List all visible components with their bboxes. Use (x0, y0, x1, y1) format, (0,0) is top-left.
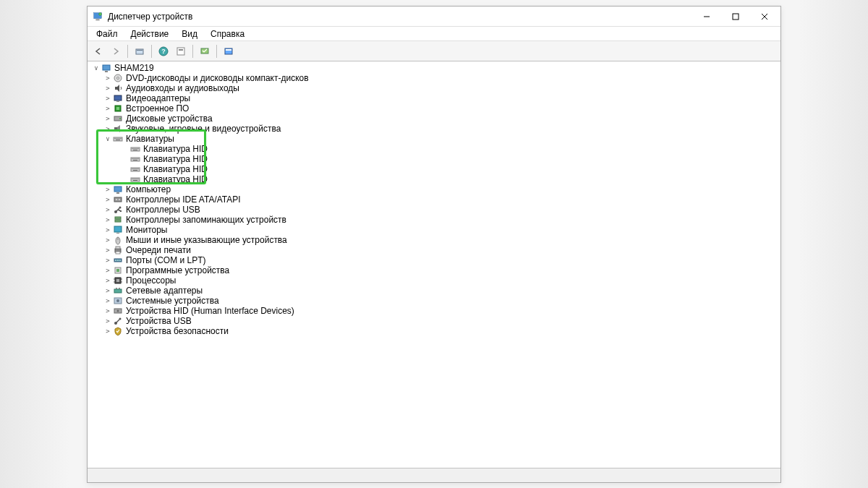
toolbar-separator (127, 45, 128, 58)
expand-icon[interactable]: > (103, 255, 112, 265)
svg-rect-92 (114, 289, 122, 293)
expand-icon[interactable]: > (103, 205, 112, 215)
svg-point-98 (117, 310, 119, 312)
category-label: Системные устройства (126, 296, 219, 306)
expand-icon[interactable]: > (103, 306, 112, 316)
tree-device[interactable]: Клавиатура HID (89, 174, 779, 184)
tree-root[interactable]: ∨ SHAM219 (89, 63, 779, 73)
tree-category[interactable]: ∨ Клавиатуры (89, 134, 779, 144)
svg-rect-63 (116, 192, 119, 194)
expand-icon[interactable]: > (103, 245, 112, 255)
tree-category[interactable]: > Контроллеры IDE ATA/ATAPI (89, 194, 779, 205)
expand-icon[interactable]: > (103, 265, 112, 275)
svg-rect-26 (114, 127, 117, 130)
tree-category[interactable]: > Компьютер (89, 184, 779, 194)
svg-rect-48 (131, 168, 140, 171)
tree-category[interactable]: > Звуковые, игровые и видеоустройства (89, 124, 779, 134)
device-label: Клавиатура HID (143, 174, 208, 184)
category-label: Устройства USB (126, 316, 192, 326)
help-button[interactable]: ? (156, 43, 171, 59)
expand-icon[interactable]: > (103, 225, 112, 235)
computer-icon (112, 184, 124, 194)
device-label: Клавиатура HID (143, 144, 208, 154)
disc-icon (112, 73, 124, 83)
tree-category[interactable]: > Аудиовходы и аудиовыходы (89, 83, 779, 93)
tree-category[interactable]: > Порты (COM и LPT) (89, 255, 779, 265)
tree-content[interactable]: ∨ SHAM219 > DVD-дисководы и дисководы ко… (88, 61, 780, 468)
svg-point-66 (119, 199, 120, 200)
tree-category[interactable]: > Программные устройства (89, 265, 779, 275)
category-label: Устройства HID (Human Interface Devices) (126, 306, 294, 316)
category-label: Сетевые адаптеры (126, 286, 203, 296)
category-label: Контроллеры IDE ATA/ATAPI (126, 194, 241, 205)
tree-category[interactable]: > Устройства безопасности (89, 326, 779, 336)
svg-rect-54 (133, 170, 137, 171)
audio-icon (112, 83, 124, 93)
scan-button[interactable] (197, 43, 213, 59)
tree-category[interactable]: > Процессоры (89, 275, 779, 286)
tree-device[interactable]: Клавиатура HID (89, 154, 779, 164)
svg-rect-34 (131, 147, 140, 151)
expand-icon[interactable]: > (103, 184, 112, 194)
tree-category[interactable]: > Системные устройства (89, 296, 779, 306)
svg-rect-97 (114, 309, 122, 313)
expand-icon[interactable]: > (103, 93, 112, 103)
tree-category[interactable]: > DVD-дисководы и дисководы компакт-диск… (89, 73, 779, 83)
tree-category[interactable]: > Очереди печати (89, 245, 779, 255)
tree-category[interactable]: > Мыши и иные указывающие устройства (89, 235, 779, 245)
tree-category[interactable]: > Контроллеры запоминающих устройств (89, 215, 779, 225)
maximize-button[interactable] (721, 7, 750, 26)
expand-icon[interactable]: > (103, 114, 112, 124)
tree-category[interactable]: > Дисковые устройства (89, 114, 779, 124)
action-button[interactable] (173, 43, 189, 59)
svg-rect-22 (115, 106, 121, 111)
svg-rect-15 (226, 49, 231, 51)
forward-button[interactable] (108, 43, 124, 59)
show-hidden-button[interactable] (132, 43, 148, 59)
svg-line-68 (116, 208, 119, 212)
menu-action[interactable]: Действие (125, 27, 175, 40)
svg-point-9 (159, 47, 168, 56)
tree-category[interactable]: > Встроенное ПО (89, 103, 779, 114)
tree-device[interactable]: Клавиатура HID (89, 144, 779, 154)
expand-icon[interactable]: > (103, 316, 112, 326)
menu-file[interactable]: Файл (90, 27, 124, 40)
close-button[interactable] (750, 7, 779, 26)
tree-category[interactable]: > Контроллеры USB (89, 205, 779, 215)
expand-icon[interactable]: > (103, 296, 112, 306)
expand-icon[interactable]: > (103, 194, 112, 205)
expand-icon[interactable]: > (103, 235, 112, 245)
tree-category[interactable]: > Мониторы (89, 225, 779, 235)
expand-icon[interactable]: > (103, 286, 112, 296)
svg-rect-17 (105, 71, 108, 72)
menu-help[interactable]: Справка (205, 27, 250, 40)
expand-icon[interactable]: > (103, 103, 112, 114)
svg-line-100 (116, 320, 119, 323)
system-icon (112, 296, 124, 306)
expand-icon[interactable]: > (103, 124, 112, 134)
menu-view[interactable]: Вид (176, 27, 203, 40)
expand-icon[interactable]: > (103, 326, 112, 336)
back-button[interactable] (90, 43, 106, 59)
expand-icon[interactable]: > (103, 83, 112, 93)
properties-button[interactable] (221, 43, 237, 59)
tree-category[interactable]: > Устройства USB (89, 316, 779, 326)
svg-rect-78 (115, 249, 121, 252)
svg-rect-74 (114, 226, 122, 232)
svg-rect-20 (114, 95, 122, 100)
minimize-button[interactable] (692, 7, 721, 26)
category-label: Встроенное ПО (126, 103, 189, 114)
expand-icon[interactable]: > (103, 215, 112, 225)
tree-category[interactable]: > Сетевые адаптеры (89, 286, 779, 296)
root-label: SHAM219 (114, 63, 154, 73)
tree-category[interactable]: > Устройства HID (Human Interface Device… (89, 306, 779, 316)
svg-rect-86 (115, 278, 121, 283)
expand-icon[interactable]: ∨ (92, 63, 101, 73)
tree-device[interactable]: Клавиатура HID (89, 164, 779, 174)
expand-icon[interactable]: > (103, 275, 112, 286)
toolbar-separator (216, 45, 217, 58)
expand-icon[interactable]: > (103, 73, 112, 83)
expand-icon[interactable]: ∨ (103, 134, 112, 144)
tree-category[interactable]: > Видеоадаптеры (89, 93, 779, 103)
svg-rect-4 (733, 14, 739, 20)
